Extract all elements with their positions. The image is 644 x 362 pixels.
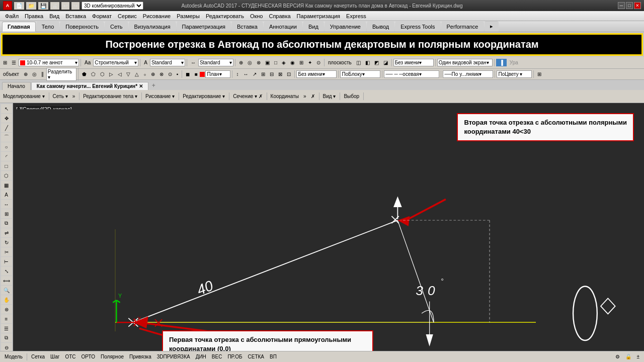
r2b-icon3[interactable]: ↗	[251, 70, 259, 78]
menu-format[interactable]: Формат	[89, 13, 115, 20]
annotation-icon[interactable]: Aa	[83, 59, 93, 66]
dim-dropdown[interactable]: Standard▾	[198, 59, 233, 66]
r2-icon6[interactable]: ▽	[124, 70, 132, 78]
lt-rectangle[interactable]: □	[1, 161, 12, 170]
status-pr[interactable]: ПР.ОБ	[225, 353, 245, 360]
menu-window[interactable]: Окно	[247, 13, 266, 20]
lt-extend[interactable]: ⊢	[1, 257, 12, 266]
solid-edit-dropdown[interactable]: Редактирование тела ▾	[81, 93, 139, 100]
menu-dimension[interactable]: Размеры	[174, 13, 203, 20]
status-lw[interactable]: ВЕС	[209, 353, 225, 360]
tool-btn4[interactable]: ▣	[263, 59, 272, 66]
lt-pan[interactable]: ✋	[1, 295, 12, 304]
plan-dropdown[interactable]: План ▾	[205, 70, 230, 78]
r2-icon10[interactable]: ⊗	[157, 70, 166, 78]
modeling-dropdown[interactable]: Моделирование ▾	[1, 93, 47, 100]
r2-icon-sm1[interactable]: ◼	[184, 70, 192, 78]
tab-visualization[interactable]: Визуализация	[129, 22, 176, 32]
menu-help[interactable]: Справка	[266, 13, 293, 20]
lt-mirror[interactable]: ⇌	[1, 228, 12, 237]
tab-manage[interactable]: Управление	[325, 22, 366, 32]
status-polar[interactable]: Полярное	[98, 353, 126, 360]
status-ots[interactable]: ОТС	[62, 353, 78, 360]
menu-modify[interactable]: Редактировать	[203, 13, 247, 20]
linetype-dropdown[interactable]: ── ─ ─ осевая ▾	[384, 70, 439, 78]
status-ortho[interactable]: ОРТО	[79, 353, 98, 360]
workspace-dropdown[interactable]: 3D комбинированный	[82, 2, 143, 10]
menu-file[interactable]: Файл	[2, 13, 22, 20]
menu-view[interactable]: Вид	[46, 13, 62, 20]
r2-icon11[interactable]: ⊙	[166, 70, 174, 78]
menu-edit[interactable]: Правка	[22, 13, 46, 20]
status-snap[interactable]: Шаг	[48, 353, 62, 360]
status-grid[interactable]: Сетка	[29, 353, 47, 360]
quick-access-save[interactable]: 💾	[38, 2, 48, 10]
tab-active-doc[interactable]: Как самому начерти... Евгений Курицин* ✕	[31, 82, 148, 90]
lt-line[interactable]: ╱	[1, 123, 12, 132]
tab-start[interactable]: Начало	[2, 82, 31, 90]
block-dropdown[interactable]: ПоБлоку ▾	[340, 70, 380, 78]
split-dropdown[interactable]: Разделить ▾	[46, 68, 76, 81]
r2-icon2[interactable]: ⬠	[89, 70, 98, 78]
tab-parametric[interactable]: Параметризация	[177, 22, 231, 32]
lt-rotate[interactable]: ↻	[1, 238, 12, 247]
lt-circle[interactable]: ○	[1, 142, 12, 151]
color-dropdown[interactable]: ПоЦвету ▾	[497, 70, 532, 78]
tool-btn6[interactable]: ◈	[280, 59, 288, 66]
r2-icon1[interactable]: ⬟	[80, 70, 89, 78]
tab-output[interactable]: Вывод	[367, 22, 394, 32]
plane-btn[interactable]: плоскость	[326, 59, 354, 66]
tool-btn3[interactable]: ⊗	[255, 59, 263, 66]
view-icon2[interactable]: ◧	[363, 59, 372, 66]
tab-view[interactable]: Вид	[303, 22, 324, 32]
lt-move[interactable]: ✥	[1, 114, 12, 123]
tool-btn10[interactable]: ⊙	[314, 59, 323, 66]
tool-btn9[interactable]: ✦	[306, 59, 314, 66]
draw-dropdown[interactable]: Рисование ▾	[143, 93, 177, 100]
maximize-button[interactable]: □	[626, 2, 633, 9]
lineweight-dropdown[interactable]: ── По у...лняик ▾	[443, 70, 493, 78]
section-dropdown[interactable]: Сечение ▾ ✗	[231, 93, 264, 100]
tool-btn1[interactable]: ⊕	[237, 59, 245, 66]
tab-solid[interactable]: Тело	[36, 22, 60, 32]
viewport-dropdown[interactable]: Без имени ▾	[296, 70, 337, 78]
lt-copy[interactable]: ⧉	[1, 219, 12, 228]
snap-icon1[interactable]: ⊕	[22, 70, 30, 78]
r2b-icon4[interactable]: ⊞	[259, 70, 267, 78]
r2b-icon1[interactable]: ↕	[234, 70, 240, 78]
r2-icon9[interactable]: ⊕	[149, 70, 157, 78]
menu-insert[interactable]: Вставка	[62, 13, 89, 20]
tool-btn7[interactable]: ◉	[288, 59, 297, 66]
named-view-dropdown[interactable]: Без имени ▾	[393, 59, 434, 66]
status-3dosnap[interactable]: 3DПРИВЯЗКА	[154, 353, 193, 360]
tab-annotate[interactable]: Аннотации	[264, 22, 302, 32]
snap-icon2[interactable]: ◎	[30, 70, 39, 78]
tool-btn5[interactable]: □	[272, 59, 279, 66]
lt-trim[interactable]: ✂	[1, 247, 12, 256]
lt-polyline[interactable]: ⌒	[1, 133, 12, 142]
r2-icon4[interactable]: ▷	[107, 70, 115, 78]
tab-home[interactable]: Главная	[2, 22, 36, 32]
r2-icon8[interactable]: ⬦	[141, 70, 148, 78]
view-icon3[interactable]: ◩	[372, 59, 381, 66]
viewport[interactable]: [-][Сверху][2D-каркас] WODPW обучении 40	[13, 103, 644, 362]
r2-icon-sm2[interactable]: ■	[192, 70, 199, 78]
lt-scale[interactable]: ⤡	[1, 266, 12, 276]
ultra-btn[interactable]: Ура	[508, 59, 520, 66]
r2b-icon7[interactable]: ⊡	[285, 70, 293, 78]
layer-state-btn[interactable]: ⊞	[1, 59, 9, 66]
tb-extra-right[interactable]: ⊞	[535, 70, 543, 78]
r2-icon5[interactable]: ◁	[116, 70, 124, 78]
status-grid2[interactable]: СЕТКА	[246, 353, 267, 360]
lt-zoom[interactable]: 🔍	[1, 286, 12, 295]
dim-icon[interactable]: ↔	[189, 59, 198, 66]
lt-select[interactable]: ↖	[1, 104, 12, 113]
tab-new-doc[interactable]: +	[149, 81, 158, 90]
tab-express-tools[interactable]: Express Tools	[395, 22, 440, 32]
lt-polygon[interactable]: ⬡	[1, 171, 12, 180]
status-model[interactable]: Модель	[2, 353, 25, 360]
viewport-layout-dropdown[interactable]: Один видовой экран ▾	[437, 59, 493, 66]
close-button[interactable]: ✕	[634, 2, 641, 9]
quick-access-plot[interactable]: 🖨	[50, 2, 59, 10]
status-lock[interactable]: 🔓	[623, 353, 634, 360]
